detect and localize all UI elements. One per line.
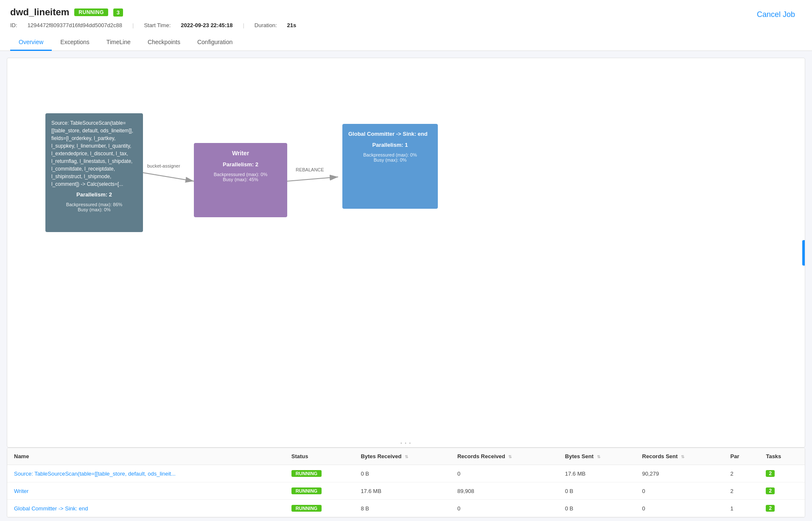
table-row: Source: TableSourceScan(table=[[table_st… — [7, 465, 805, 482]
source-node-parallelism: Parallelism: 2 — [51, 191, 137, 198]
row3-records-received: 0 — [451, 500, 558, 517]
row3-bytes-sent: 0 B — [558, 500, 636, 517]
tab-checkpoints[interactable]: Checkpoints — [139, 34, 189, 51]
tab-overview[interactable]: Overview — [10, 34, 52, 51]
duration-value: 21s — [287, 22, 297, 28]
writer-node-backpressured: Backpressured (max): 0% — [200, 172, 281, 177]
tab-exceptions[interactable]: Exceptions — [52, 34, 98, 51]
row3-status: RUNNING — [285, 500, 354, 517]
row1-par: 2 — [724, 465, 759, 482]
sink-node-busy: Busy (max): 0% — [348, 157, 432, 162]
svg-line-0 — [143, 173, 194, 181]
id-label: ID: — [10, 22, 17, 28]
source-node-busy: Busy (max): 0% — [51, 207, 137, 212]
source-node-title: Source: TableSourceScan(table=[[table_st… — [51, 119, 137, 188]
row1-status: RUNNING — [285, 465, 354, 482]
col-bytes-received[interactable]: Bytes Received ⇅ — [354, 448, 451, 465]
row1-tasks: 2 — [759, 465, 805, 482]
nav-tabs: Overview Exceptions TimeLine Checkpoints… — [10, 34, 802, 50]
bucket-assigner-label: bucket-assigner — [147, 163, 180, 168]
table-row: Global Committer -> Sink: end RUNNING 8 … — [7, 500, 805, 517]
meta-sep-1: | — [132, 22, 134, 28]
jobs-table: Name Status Bytes Received ⇅ Records Rec… — [7, 448, 805, 517]
row1-bytes-received: 0 B — [354, 465, 451, 482]
col-bytes-sent[interactable]: Bytes Sent ⇅ — [558, 448, 636, 465]
col-status: Status — [285, 448, 354, 465]
writer-node-busy: Busy (max): 45% — [200, 177, 281, 182]
row2-records-sent: 0 — [636, 482, 724, 500]
svg-line-1 — [287, 177, 338, 181]
sort-bytes-sent-icon: ⇅ — [597, 454, 600, 459]
row1-records-sent: 90,279 — [636, 465, 724, 482]
sink-node[interactable]: Global Committer -> Sink: end Parallelis… — [342, 124, 438, 209]
sink-node-title: Global Committer -> Sink: end — [348, 130, 432, 138]
start-value: 2022-09-23 22:45:18 — [181, 22, 232, 28]
sort-records-sent-icon: ⇅ — [681, 454, 684, 459]
cancel-job-button[interactable]: Cancel Job — [757, 10, 795, 19]
row2-bytes-sent: 0 B — [558, 482, 636, 500]
row1-bytes-sent: 17.6 MB — [558, 465, 636, 482]
job-status-badge: RUNNING — [74, 8, 108, 16]
row3-records-sent: 0 — [636, 500, 724, 517]
sink-node-backpressured: Backpressured (max): 0% — [348, 152, 432, 157]
source-node-backpressured: Backpressured (max): 86% — [51, 202, 137, 207]
table-row: Writer RUNNING 17.6 MB 89,908 0 B 0 2 2 — [7, 482, 805, 500]
scroll-handle[interactable] — [802, 240, 805, 266]
col-name: Name — [7, 448, 285, 465]
source-node[interactable]: Source: TableSourceScan(table=[[table_st… — [45, 113, 143, 232]
row2-bytes-received: 17.6 MB — [354, 482, 451, 500]
tab-timeline[interactable]: TimeLine — [98, 34, 139, 51]
writer-node-parallelism: Parallelism: 2 — [200, 161, 281, 168]
col-par: Par — [724, 448, 759, 465]
row2-tasks: 2 — [759, 482, 805, 500]
row2-par: 2 — [724, 482, 759, 500]
row1-name[interactable]: Source: TableSourceScan(table=[[table_st… — [7, 465, 285, 482]
drag-handle[interactable]: • • • — [400, 441, 412, 445]
row2-name[interactable]: Writer — [7, 482, 285, 500]
task-count-badge: 3 — [113, 8, 123, 17]
sink-node-parallelism: Parallelism: 1 — [348, 142, 432, 148]
tab-configuration[interactable]: Configuration — [189, 34, 241, 51]
duration-label: Duration: — [255, 22, 277, 28]
meta-sep-2: | — [243, 22, 244, 28]
row3-tasks: 2 — [759, 500, 805, 517]
id-value: 1294472f809377d16fd94dd5007d2c88 — [28, 22, 122, 28]
writer-node[interactable]: Writer Parallelism: 2 Backpressured (max… — [194, 143, 287, 217]
start-label: Start Time: — [144, 22, 171, 28]
row2-status: RUNNING — [285, 482, 354, 500]
row3-name[interactable]: Global Committer -> Sink: end — [7, 500, 285, 517]
col-records-received[interactable]: Records Received ⇅ — [451, 448, 558, 465]
job-title: dwd_lineitem — [10, 7, 69, 18]
writer-node-title: Writer — [200, 149, 281, 158]
row2-records-received: 89,908 — [451, 482, 558, 500]
sort-records-received-icon: ⇅ — [508, 454, 512, 459]
sort-bytes-received-icon: ⇅ — [405, 454, 408, 459]
row3-bytes-received: 8 B — [354, 500, 451, 517]
row3-par: 1 — [724, 500, 759, 517]
col-records-sent[interactable]: Records Sent ⇅ — [636, 448, 724, 465]
rebalance-label: REBALANCE — [296, 167, 324, 172]
col-tasks: Tasks — [759, 448, 805, 465]
row1-records-received: 0 — [451, 465, 558, 482]
